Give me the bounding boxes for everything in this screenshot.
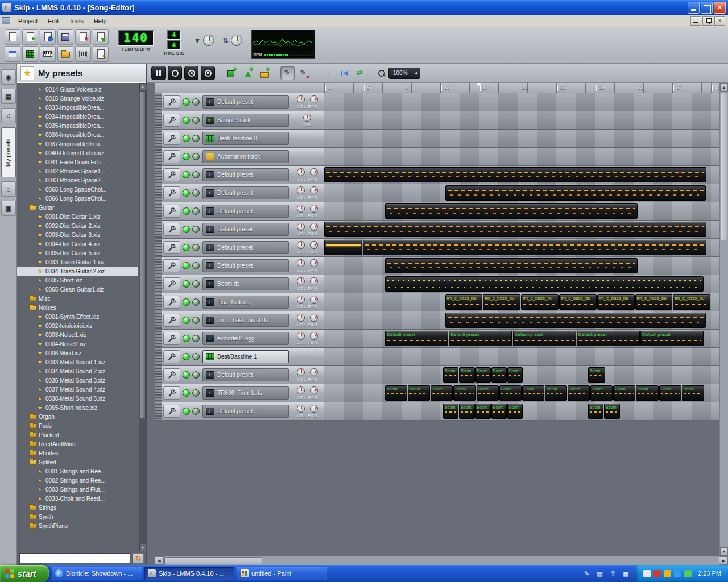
pattern-segment[interactable] (385, 276, 704, 292)
track-mute-led[interactable] (183, 262, 190, 269)
track-actions-button[interactable] (163, 386, 180, 400)
track-name-plate[interactable]: TR606_Tom_L.ds (202, 386, 289, 400)
track-grip-handle[interactable] (155, 202, 162, 220)
preset-item[interactable]: ★0014-Glass Voices.xiz (17, 85, 138, 94)
preset-item[interactable]: ★0004-Dist Guitar 4.xiz (17, 239, 138, 248)
preset-item[interactable]: ★0065-Clean Guitar1.xiz (17, 285, 138, 294)
track-grip-handle[interactable] (155, 184, 162, 202)
preset-item[interactable]: ★0015-Strange Voice.xiz (17, 94, 138, 103)
tray-icon-5[interactable] (684, 570, 692, 577)
track-name-plate[interactable]: Beat/Bassline 0 (202, 132, 289, 145)
track-actions-button[interactable] (163, 223, 180, 236)
preset-item[interactable]: ★0065-Short noise.xiz (17, 403, 138, 412)
preset-item[interactable]: ★0002-Strings and Ree... (17, 476, 138, 485)
track-solo-led[interactable] (192, 207, 200, 215)
track-solo-led[interactable] (192, 317, 200, 324)
preset-item[interactable]: ★0033-Trash Guitar 1.xiz (17, 257, 138, 267)
zoom-level-select[interactable]: 100% ◀ (388, 68, 420, 79)
folder-item[interactable]: Pads (17, 421, 138, 430)
preset-item[interactable]: ★0066-Long SpaceChoi... (17, 194, 138, 203)
folder-item[interactable]: Guitar (17, 203, 138, 212)
track-lane[interactable] (324, 93, 719, 111)
preset-item[interactable]: ★0034-Trash Guitar 2.xiz (17, 267, 138, 276)
pattern-segment[interactable]: Boom. (507, 367, 523, 383)
taskbar-task[interactable]: Bionicle: Showdown - ... (52, 567, 142, 580)
presets-search-input[interactable] (19, 553, 130, 563)
tray-icon-1[interactable] (643, 570, 651, 577)
folder-item[interactable]: Noises (17, 303, 138, 312)
track-solo-led[interactable] (192, 135, 200, 142)
track-grip-handle[interactable] (155, 311, 162, 329)
track-grip-handle[interactable] (155, 330, 162, 347)
track-grip-handle[interactable] (155, 166, 162, 184)
pattern-segment[interactable] (324, 222, 706, 237)
track-actions-button[interactable] (163, 168, 180, 181)
pattern-segment[interactable]: Default preset (577, 331, 640, 346)
vol-knob[interactable] (297, 386, 305, 394)
scroll-right-button[interactable]: ▶ (719, 556, 728, 565)
pan-knob[interactable] (310, 168, 318, 176)
pan-knob[interactable] (310, 386, 318, 394)
menu-tools[interactable]: Tools (64, 16, 88, 26)
vol-knob[interactable] (297, 205, 305, 213)
preset-item[interactable]: ★0035-ImpossibleDrea... (17, 121, 138, 130)
preset-item[interactable]: ★0003-Dist Guitar 3.xiz (17, 230, 138, 239)
back-to-start-button[interactable] (337, 66, 351, 80)
start-button[interactable]: start (0, 565, 49, 582)
vol-knob[interactable] (297, 168, 305, 176)
project-notes-toggle-button[interactable] (93, 46, 109, 61)
menu-help[interactable]: Help (89, 16, 111, 26)
vol-knob[interactable] (297, 241, 305, 249)
timesig-denominator-display[interactable]: 4 (167, 40, 181, 50)
pattern-segment[interactable]: Boom. (475, 404, 491, 419)
stop-behaviour-button[interactable] (320, 66, 334, 80)
folder-item[interactable]: SynthPiano (17, 521, 138, 530)
pattern-segment[interactable] (445, 313, 706, 328)
track-actions-button[interactable] (163, 186, 180, 199)
track-mute-led[interactable] (183, 371, 190, 379)
track-lane[interactable]: Boom.Boom.Boom.Boom.Boom.Boom. (324, 366, 719, 384)
track-mute-led[interactable] (183, 335, 190, 342)
track-solo-led[interactable] (192, 153, 200, 160)
pan-knob[interactable] (310, 205, 318, 213)
track-lane[interactable] (324, 130, 719, 148)
pattern-segment[interactable]: Boom. (636, 385, 658, 401)
track-solo-led[interactable] (192, 117, 200, 124)
draw-mode-button[interactable] (280, 66, 295, 80)
pattern-segment[interactable]: fm_c_bass_bu (445, 294, 483, 310)
track-solo-led[interactable] (192, 408, 200, 415)
vol-knob[interactable] (297, 314, 305, 322)
preset-item[interactable]: ★0001-Strings and Ree... (17, 467, 138, 476)
preset-item[interactable]: ★0003-Noise1.xiz (17, 330, 138, 339)
pattern-segment[interactable]: Boom. (443, 404, 458, 419)
vertical-scroll-thumb[interactable] (721, 93, 727, 240)
track-lane[interactable]: Default presetDefault presetDefault pres… (324, 330, 719, 348)
track-lane[interactable] (324, 311, 719, 330)
track-mute-led[interactable] (183, 244, 190, 251)
track-mute-led[interactable] (183, 153, 190, 160)
preset-item[interactable]: ★0065-Long SpaceChoi... (17, 185, 138, 194)
track-mute-led[interactable] (183, 408, 190, 415)
track-actions-button[interactable] (163, 241, 180, 254)
pattern-segment[interactable]: Boom. (475, 367, 491, 383)
track-solo-led[interactable] (192, 389, 200, 397)
samples-tab[interactable]: ♫ (1, 108, 16, 123)
track-name-plate[interactable]: Fisa_Kick.ds (202, 296, 289, 309)
pattern-segment[interactable] (363, 240, 706, 255)
track-grip-handle[interactable] (155, 239, 162, 256)
track-mute-led[interactable] (183, 226, 190, 233)
track-mute-led[interactable] (183, 171, 190, 178)
new-project-button[interactable] (5, 29, 20, 44)
track-mute-led[interactable] (183, 189, 190, 197)
preset-item[interactable]: ★0037-Metal Sound 4.xiz (17, 385, 138, 394)
pan-knob[interactable] (310, 186, 318, 194)
track-name-plate[interactable]: Default preset (202, 95, 289, 109)
pan-knob[interactable] (310, 314, 318, 322)
track-grip-handle[interactable] (155, 257, 162, 275)
mdi-close-button[interactable]: × (714, 16, 725, 26)
folder-item[interactable]: Plucked (17, 430, 138, 439)
track-mute-led[interactable] (183, 389, 190, 397)
vol-knob[interactable] (297, 296, 305, 304)
track-actions-button[interactable] (163, 350, 180, 363)
pattern-segment[interactable]: Boom. (453, 385, 475, 401)
